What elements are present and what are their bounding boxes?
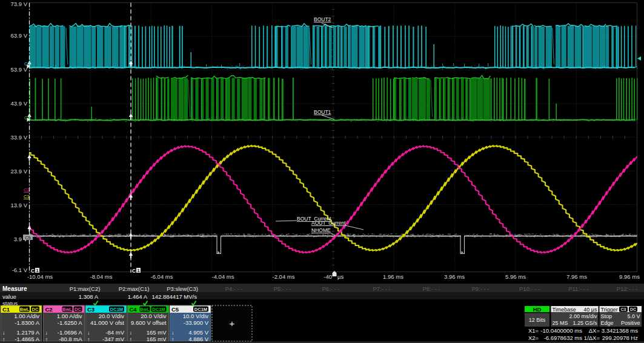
svg-text:-33.900 V: -33.900 V bbox=[184, 319, 209, 326]
svg-text:20.0 V/div: 20.0 V/div bbox=[99, 313, 124, 319]
svg-text:142.884417 MV/s: 142.884417 MV/s bbox=[152, 293, 198, 300]
svg-text:1.464 A: 1.464 A bbox=[128, 293, 148, 300]
svg-text:DC1M: DC1M bbox=[110, 307, 123, 312]
svg-text:C2: C2 bbox=[45, 306, 53, 313]
svg-text:C3: C3 bbox=[621, 307, 626, 311]
svg-text:5.96 ms: 5.96 ms bbox=[505, 273, 526, 280]
svg-text:3.96 ms: 3.96 ms bbox=[444, 273, 465, 280]
svg-text:-4.04 ms: -4.04 ms bbox=[212, 273, 234, 280]
svg-text:43.9 V: 43.9 V bbox=[11, 100, 28, 107]
svg-text:Positive: Positive bbox=[621, 320, 640, 326]
svg-text:↑: ↑ bbox=[171, 336, 174, 342]
svg-text:10.0 V/div: 10.0 V/div bbox=[183, 313, 208, 319]
svg-text:↓: ↓ bbox=[2, 330, 5, 336]
svg-text:value: value bbox=[2, 293, 16, 300]
svg-text:-347 mV: -347 mV bbox=[102, 336, 125, 342]
svg-text:NHOME: NHOME bbox=[311, 227, 331, 233]
svg-text:P1:max(C2): P1:max(C2) bbox=[70, 285, 101, 292]
svg-text:C2: C2 bbox=[24, 187, 30, 193]
svg-text:P4:- - -: P4:- - - bbox=[225, 285, 242, 292]
svg-text:Trigger: Trigger bbox=[601, 307, 618, 313]
svg-text:165 mV: 165 mV bbox=[147, 329, 167, 336]
svg-text:P12:- - -: P12:- - - bbox=[617, 285, 637, 292]
svg-text:-40: -40 bbox=[324, 273, 332, 280]
svg-text:13.9 V: 13.9 V bbox=[11, 202, 28, 208]
svg-text:-84 mV: -84 mV bbox=[105, 329, 124, 336]
svg-text:-2.04 ms: -2.04 ms bbox=[273, 273, 295, 280]
svg-text:BwL: BwL bbox=[62, 307, 72, 312]
svg-text:5.0 V: 5.0 V bbox=[627, 313, 640, 319]
svg-text:P3:slew(C3): P3:slew(C3) bbox=[167, 285, 198, 292]
svg-text:1.25 GS/s: 1.25 GS/s bbox=[573, 320, 597, 326]
svg-text:-6.04 ms: -6.04 ms bbox=[151, 273, 173, 280]
svg-text:DC: DC bbox=[630, 307, 636, 311]
svg-text:µs: µs bbox=[337, 273, 344, 280]
svg-text:BOUT1: BOUT1 bbox=[314, 109, 331, 115]
svg-text:↑: ↑ bbox=[45, 336, 48, 342]
svg-text:C3: C3 bbox=[87, 306, 95, 313]
svg-text:9.96 ms: 9.96 ms bbox=[619, 273, 640, 280]
svg-text:9.600 V offset: 9.600 V offset bbox=[131, 319, 167, 326]
svg-text:-8.04 ms: -8.04 ms bbox=[90, 273, 113, 280]
svg-text:↓: ↓ bbox=[87, 330, 90, 336]
svg-text:↓: ↓ bbox=[171, 330, 174, 336]
svg-text:P11:- - -: P11:- - - bbox=[568, 285, 589, 292]
svg-text:ΔX=: ΔX= bbox=[589, 327, 600, 334]
svg-text:7.96 ms: 7.96 ms bbox=[566, 273, 587, 280]
svg-text:X2=: X2= bbox=[528, 335, 539, 341]
svg-text:-1.8300 A: -1.8300 A bbox=[15, 319, 39, 326]
svg-text:C1: C1 bbox=[2, 306, 10, 313]
svg-text:↓: ↓ bbox=[45, 330, 48, 336]
svg-text:1.308 A: 1.308 A bbox=[79, 293, 99, 300]
svg-text:↑: ↑ bbox=[130, 336, 133, 342]
svg-text:12 Bits: 12 Bits bbox=[529, 317, 546, 323]
svg-text:C5: C5 bbox=[25, 235, 31, 241]
svg-text:Timebase: Timebase bbox=[553, 307, 576, 313]
svg-text:73.9 V: 73.9 V bbox=[11, 1, 28, 7]
svg-text:165 mV: 165 mV bbox=[147, 336, 167, 342]
svg-text:-10.04 ms: -10.04 ms bbox=[27, 273, 53, 280]
svg-text:+: + bbox=[230, 318, 235, 328]
svg-text:C: C bbox=[132, 268, 136, 274]
svg-text:DC1M: DC1M bbox=[194, 307, 207, 312]
svg-text:63.9 V: 63.9 V bbox=[11, 32, 28, 39]
svg-text:Stop: Stop bbox=[601, 313, 612, 319]
svg-text:33.9 V: 33.9 V bbox=[11, 134, 28, 141]
svg-text:25 MS: 25 MS bbox=[553, 320, 568, 326]
svg-text:4.905 V: 4.905 V bbox=[188, 329, 208, 336]
svg-text:1.2179 A: 1.2179 A bbox=[16, 329, 39, 336]
svg-text:C: C bbox=[31, 268, 35, 274]
svg-text:DC1M: DC1M bbox=[152, 307, 165, 312]
svg-text:↑: ↑ bbox=[87, 336, 90, 342]
svg-text:1.96 ms: 1.96 ms bbox=[383, 273, 403, 280]
svg-text:C5: C5 bbox=[171, 306, 179, 313]
svg-text:AOUT_Current: AOUT_Current bbox=[311, 220, 346, 226]
svg-text:-6.1 V: -6.1 V bbox=[12, 267, 28, 273]
svg-text:BOUT2: BOUT2 bbox=[314, 16, 331, 22]
svg-text:53.9 V: 53.9 V bbox=[11, 66, 28, 73]
svg-text:DC: DC bbox=[75, 307, 81, 312]
svg-text:-10.0400000 ms: -10.0400000 ms bbox=[540, 327, 582, 334]
svg-text:↓: ↓ bbox=[130, 330, 133, 336]
svg-text:23.9 V: 23.9 V bbox=[11, 168, 28, 175]
svg-text:1/ΔX=: 1/ΔX= bbox=[584, 335, 600, 341]
svg-text:-1.0696 A: -1.0696 A bbox=[58, 329, 82, 336]
svg-text:2.00 ms/div: 2.00 ms/div bbox=[569, 313, 597, 319]
svg-text:C1: C1 bbox=[24, 194, 30, 199]
svg-text:41.000 V ofst: 41.000 V ofst bbox=[90, 319, 124, 326]
svg-text:1.00 A/div: 1.00 A/div bbox=[57, 313, 82, 319]
svg-text:299.20978 Hz: 299.20978 Hz bbox=[602, 335, 638, 341]
svg-text:Edge: Edge bbox=[601, 320, 614, 326]
svg-text:P7:- - -: P7:- - - bbox=[373, 285, 390, 292]
svg-text:P5:- - -: P5:- - - bbox=[273, 285, 291, 292]
svg-text:BwL: BwL bbox=[140, 307, 150, 312]
svg-text:-6.6978632 ms: -6.6978632 ms bbox=[544, 335, 583, 341]
svg-text:P9:- - -: P9:- - - bbox=[471, 285, 489, 292]
svg-text:HD: HD bbox=[533, 306, 542, 313]
svg-text:40 µs: 40 µs bbox=[583, 307, 597, 313]
svg-text:Measure: Measure bbox=[2, 285, 27, 292]
svg-text:1.00 A/div: 1.00 A/div bbox=[14, 313, 39, 319]
svg-text:BwL: BwL bbox=[20, 307, 30, 312]
svg-text:X1=: X1= bbox=[528, 327, 539, 334]
svg-text:1: 1 bbox=[36, 268, 39, 273]
